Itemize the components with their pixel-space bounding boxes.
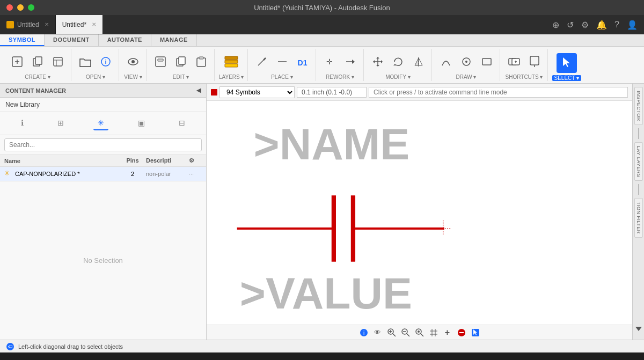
tab-untitled-star[interactable]: Untitled* ✕ [56,15,103,34]
new-tab-button[interactable]: ⊕ [550,18,561,31]
open-button[interactable] [76,53,95,72]
edit-paste-icon [195,56,207,69]
panel-tab-list[interactable]: ▣ [134,116,149,130]
tab-document[interactable]: DOCUMENT [45,34,99,46]
symbol-selector: 94 Symbols [211,86,295,98]
select-label: SELECT ▾ [552,75,582,81]
create-pin-button[interactable] [48,54,68,71]
user-button[interactable]: 👤 [625,18,640,31]
shortcuts-label: SHORTCUTS ▾ [506,74,543,81]
tab-bar: Untitled ✕ Untitled* ✕ ⊕ ↺ ⚙ 🔔 ? 👤 [0,15,644,34]
info-button[interactable]: i [358,327,370,339]
command-input[interactable] [369,87,628,98]
tab-label-1: Untitled [17,21,39,28]
toolbar-tabs: SYMBOL DOCUMENT AUTOMATE MANAGE [0,34,644,47]
layers-button[interactable] [221,52,242,73]
svg-marker-72 [635,327,642,331]
draw-circle-button[interactable] [457,54,476,71]
grid-button[interactable] [428,327,440,339]
value-label: >VALUE [240,268,412,318]
draw-arc-button[interactable] [436,54,456,71]
right-panel-arrow[interactable] [634,322,643,337]
component-more-button[interactable]: ··· [189,171,202,177]
tab-close-1[interactable]: ✕ [45,21,49,27]
toolbar-group-create: CREATE ▾ [4,49,71,81]
refresh-button[interactable]: ↺ [565,18,576,31]
select-cursor-button[interactable] [470,327,481,339]
panel-collapse-button[interactable]: ◀ [196,87,201,94]
zoom-in-button[interactable] [386,327,398,339]
tab-automate[interactable]: AUTOMATE [99,34,151,46]
svg-marker-33 [415,58,419,65]
edit-cut-button[interactable] [151,54,170,71]
create-new-button[interactable] [8,54,27,71]
col-settings-header[interactable]: ⚙ [189,157,202,164]
rework-move-button[interactable]: ✛ [320,54,340,71]
modify-buttons [368,49,428,74]
zoom-fit-button[interactable] [414,327,426,339]
notify-button[interactable]: 🔔 [594,18,609,31]
tab-manage[interactable]: MANAGE [151,34,197,46]
shortcuts-add-button[interactable] [504,53,524,72]
modify-label: MODIFY ▾ [385,74,410,81]
modify-mirror-button[interactable] [409,54,428,71]
no-selection-text: No Selection [83,256,123,265]
table-row[interactable]: ✳ CAP-NONPOLARIZED * 2 non-polar ··· [0,167,206,181]
modify-move-button[interactable] [368,54,387,71]
edit-paste-button[interactable] [192,54,211,71]
plus-button[interactable]: + [442,327,453,339]
canvas-content[interactable]: >NAME >VALUE i [207,101,632,340]
main-area: CONTENT MANAGER ◀ New Library ℹ ⊞ ✳ ▣ ⊟ … [0,84,644,340]
place-pin-button[interactable] [252,54,272,71]
svg-marker-31 [381,60,383,63]
rework-arrow-button[interactable] [341,54,360,71]
panel-tab-filter[interactable]: ⊟ [174,116,189,130]
select-button[interactable] [557,53,577,73]
close-button[interactable] [6,4,13,11]
tab-close-2[interactable]: ✕ [92,21,96,27]
svg-line-21 [264,58,266,60]
help-button[interactable]: ? [612,18,621,31]
eye-button[interactable]: 👁 [372,327,384,339]
panel-tab-star[interactable]: ✳ [93,116,108,130]
symbol-dropdown[interactable]: 94 Symbols [219,86,295,98]
shortcuts-pin-button[interactable] [525,53,544,72]
edit-buttons [151,49,211,74]
minimize-button[interactable] [17,4,24,11]
open-recent-button[interactable]: i [96,54,115,71]
lay-layers-label[interactable]: LAY LAYERS [634,142,643,181]
layers-icon [224,54,239,71]
svg-point-63 [418,330,420,333]
modify-rotate-button[interactable] [389,54,408,71]
tab-untitled[interactable]: Untitled ✕ [0,15,56,34]
svg-rect-19 [225,64,238,67]
draw-rect-button[interactable] [477,54,496,71]
svg-line-55 [393,334,396,336]
shortcuts-add-icon [508,55,521,70]
view-button[interactable] [123,54,143,71]
settings-button[interactable]: ⚙ [579,18,591,31]
modify-mirror-icon [413,56,425,69]
canvas-area: 94 Symbols 0.1 inch (0.1 -0.0) >NAME [207,84,632,340]
tab-icon-1 [6,21,14,28]
panel-tab-grid[interactable]: ⊞ [53,116,68,130]
place-wire-button[interactable] [273,54,292,71]
status-icon: 🏷 [6,343,14,350]
name-label: >NAME [254,119,410,168]
tion-filter-label[interactable]: TION FILTER [634,198,643,238]
inspector-label[interactable]: INSPECTOR [634,87,643,125]
maximize-button[interactable] [28,4,34,11]
component-desc: non-polar [146,171,189,177]
toolbar-group-open: i OPEN ▾ [72,49,119,81]
search-input[interactable] [4,138,202,151]
toolbar: SYMBOL DOCUMENT AUTOMATE MANAGE [0,34,644,84]
panel-tab-info[interactable]: ℹ [17,116,28,130]
edit-copy-button[interactable] [171,54,191,71]
place-label-button[interactable]: D1 [293,57,312,69]
tab-symbol[interactable]: SYMBOL [0,34,45,46]
edit-copy-icon [175,56,187,69]
view-icon [127,56,139,69]
create-copy-button[interactable] [28,54,47,71]
minus-red-button[interactable] [456,327,467,339]
zoom-out-button[interactable] [400,327,412,339]
